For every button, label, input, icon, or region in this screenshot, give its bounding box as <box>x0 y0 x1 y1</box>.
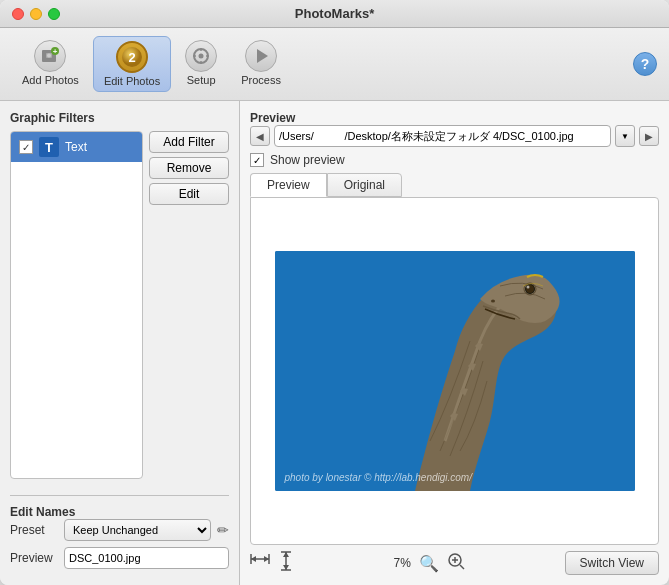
preview-tabs: Preview Original <box>250 173 659 197</box>
edit-filter-button[interactable]: Edit <box>149 183 229 205</box>
edit-names-title: Edit Names <box>10 505 75 519</box>
preset-select[interactable]: Keep Unchanged Rename Number <box>64 519 211 541</box>
preview-row: Preview <box>10 547 229 569</box>
setup-icon <box>185 40 217 72</box>
filter-action-buttons: Add Filter Remove Edit <box>149 131 229 485</box>
setup-button[interactable]: Setup <box>175 36 227 92</box>
process-icon <box>245 40 277 72</box>
preview-section-title: Preview <box>250 111 659 125</box>
setup-label: Setup <box>187 74 216 86</box>
path-input[interactable] <box>274 125 611 147</box>
minimize-button[interactable] <box>30 8 42 20</box>
svg-point-8 <box>199 54 204 59</box>
text-filter-icon: T <box>39 137 59 157</box>
tab-preview[interactable]: Preview <box>250 173 327 197</box>
filter-checkbox[interactable]: ✓ <box>19 140 33 154</box>
fit-height-icon[interactable] <box>278 551 294 575</box>
show-preview-checkbox[interactable]: ✓ <box>250 153 264 167</box>
bottom-bar: 7% 🔍 Switch View <box>250 551 659 575</box>
edit-pencil-icon[interactable]: ✏ <box>217 522 229 538</box>
process-label: Process <box>241 74 281 86</box>
app-window: PhotoMarks* + Add Photos <box>0 0 669 585</box>
preview-box: photo by lonestar © http://lab.hendigi.c… <box>250 197 659 545</box>
svg-marker-13 <box>257 49 268 63</box>
edit-photos-icon: 2 <box>116 41 148 73</box>
zoom-in-icon[interactable] <box>447 552 465 574</box>
svg-rect-10 <box>200 61 202 64</box>
fit-width-icon[interactable] <box>250 551 270 575</box>
svg-point-19 <box>491 300 495 303</box>
svg-text:+: + <box>53 47 58 56</box>
svg-point-17 <box>526 286 529 289</box>
fit-icons <box>250 551 294 575</box>
watermark-text: photo by lonestar © http://lab.hendigi.c… <box>285 472 472 483</box>
svg-point-4 <box>47 54 51 58</box>
help-button[interactable]: ? <box>633 52 657 76</box>
switch-view-button[interactable]: Switch View <box>565 551 659 575</box>
add-photos-button[interactable]: + Add Photos <box>12 36 89 92</box>
svg-rect-11 <box>193 55 196 57</box>
traffic-lights <box>12 8 60 20</box>
preview-filename-input[interactable] <box>64 547 229 569</box>
add-photos-label: Add Photos <box>22 74 79 86</box>
zoom-out-icon[interactable]: 🔍 <box>419 554 439 573</box>
show-preview-label: Show preview <box>270 153 345 167</box>
graphic-filters-title: Graphic Filters <box>10 111 229 125</box>
add-photos-icon: + <box>34 40 66 72</box>
toolbar-buttons: + Add Photos <box>12 36 291 92</box>
close-button[interactable] <box>12 8 24 20</box>
show-preview-row: ✓ Show preview <box>250 153 659 167</box>
preset-label: Preset <box>10 523 58 537</box>
svg-text:2: 2 <box>128 50 135 65</box>
next-button[interactable]: ▶ <box>639 126 659 146</box>
svg-rect-9 <box>200 48 202 51</box>
dino-image: photo by lonestar © http://lab.hendigi.c… <box>275 251 635 491</box>
text-filter-label: Text <box>65 140 87 154</box>
svg-line-33 <box>460 565 464 569</box>
preview-image-container: photo by lonestar © http://lab.hendigi.c… <box>251 198 658 544</box>
process-button[interactable]: Process <box>231 36 291 92</box>
window-title: PhotoMarks* <box>295 6 374 21</box>
remove-filter-button[interactable]: Remove <box>149 157 229 179</box>
zoom-controls: 7% 🔍 <box>394 552 465 574</box>
right-panel: Preview ◀ ▼ ▶ ✓ Show preview Preview Ori… <box>240 101 669 585</box>
zoom-level-label: 7% <box>394 556 411 570</box>
toolbar: + Add Photos <box>0 28 669 101</box>
path-dropdown-button[interactable]: ▼ <box>615 125 635 147</box>
left-panel: Graphic Filters ✓ T Text Add Filter Remo… <box>0 101 240 585</box>
prev-button[interactable]: ◀ <box>250 126 270 146</box>
text-filter-item[interactable]: ✓ T Text <box>11 132 142 162</box>
edit-photos-button[interactable]: 2 Edit Photos <box>93 36 171 92</box>
filters-list: ✓ T Text <box>10 131 143 479</box>
tab-original[interactable]: Original <box>327 173 402 197</box>
edit-names-section: Edit Names Preset Keep Unchanged Rename … <box>10 495 229 575</box>
main-content: Graphic Filters ✓ T Text Add Filter Remo… <box>0 101 669 585</box>
add-filter-button[interactable]: Add Filter <box>149 131 229 153</box>
preset-row: Preset Keep Unchanged Rename Number ✏ <box>10 519 229 541</box>
title-bar: PhotoMarks* <box>0 0 669 28</box>
preview-form-label: Preview <box>10 551 58 565</box>
edit-photos-label: Edit Photos <box>104 75 160 87</box>
svg-rect-12 <box>206 55 209 57</box>
maximize-button[interactable] <box>48 8 60 20</box>
path-bar: ◀ ▼ ▶ <box>250 125 659 147</box>
